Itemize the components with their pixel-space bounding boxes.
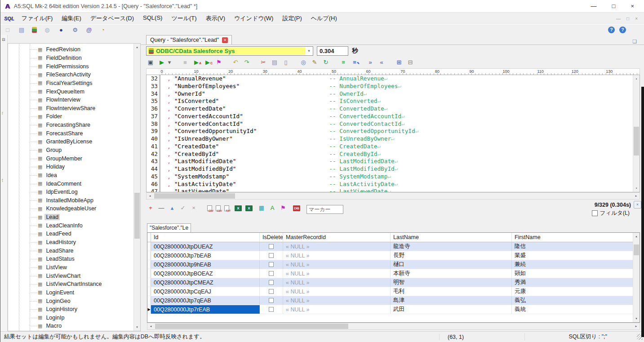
sidebar-item-loginip[interactable]: ▦LoginIp [8,314,133,322]
tab-query-salesforce-lead[interactable]: Query - "Salesforce"."Lead" × [146,35,232,44]
export-csv-alt-icon[interactable]: CSV [216,205,221,211]
run-export-icon[interactable]: ▶C [204,59,211,66]
open-icon[interactable]: ▤ [18,27,25,34]
run-script-icon[interactable]: ▶A [193,59,200,66]
cell-firstname[interactable]: 業盛 [512,251,640,260]
sidebar-item-idea[interactable]: ▦Idea [8,171,133,180]
table-row[interactable]: ▶00Q2800000Jtp7rEAB« NULL »武田義統 [147,305,640,314]
copy-icon[interactable]: ▤ [271,59,278,66]
format-sql-icon[interactable]: ≡✎ [351,59,358,66]
column-header-masterrecordid[interactable]: MasterRecordId [283,233,391,242]
checkbox-icon[interactable] [269,253,274,258]
checkbox-icon[interactable] [269,262,274,267]
column-header-isdeleted[interactable]: IsDeleted [260,233,283,242]
menu-item-データベース(D)[interactable]: データベース(D) [86,13,138,24]
outline-icon[interactable]: ⊟ [407,59,414,66]
row-selector[interactable] [147,287,151,296]
new-document-icon[interactable]: □ [4,27,11,34]
run-icon[interactable]: ▶ [158,59,165,66]
column-header-lastname[interactable]: LastName [391,233,512,242]
export-excel-xml-icon[interactable]: X [245,205,253,211]
scroll-right-icon[interactable]: ▸ [633,324,640,328]
scroll-down-icon[interactable]: ▾ [134,324,140,330]
sql-editor[interactable]: 32 , "AnnualRevenue" -- AnnualRevenue↵33… [146,75,640,192]
sidebar-item-grantedbylicense[interactable]: ▦GrantedByLicense [8,138,133,146]
table-row[interactable]: 00Q2800000Jtp7qEAB« NULL »島津義弘 [147,296,640,305]
minimize-button[interactable]: — [591,3,597,9]
cell-lastname[interactable]: 龍造寺 [391,242,512,251]
scroll-down-icon[interactable]: ▾ [633,185,640,191]
cell-firstname[interactable]: 兼続 [512,260,640,269]
indent-icon[interactable]: » [367,59,374,66]
table-row[interactable]: 00Q2800000JtpCMEAZ« NULL »明智秀満 [147,278,640,287]
db-apply-icon[interactable]: DB [293,205,300,211]
sidebar-item-flowinterview[interactable]: ▦FlowInterview [8,96,133,104]
column-header-id[interactable]: Id [151,233,260,242]
table-row[interactable]: 00Q2800000JtpCqEAJ« NULL »毛利元康 [147,287,640,296]
cell-lastname[interactable]: 本願寺 [391,269,512,278]
sidebar-item-listviewchart[interactable]: ▦ListViewChart [8,271,133,280]
menu-item-ツール(T)[interactable]: ツール(T) [167,13,201,24]
cell-id[interactable]: 00Q2800000JtpBOEAZ [151,269,260,278]
text-copy-icon[interactable]: A [269,204,276,212]
export-txt-icon[interactable]: TXT [224,205,229,211]
cut-icon[interactable]: ✂ [260,59,267,66]
menu-item-設定(P)[interactable]: 設定(P) [278,13,306,24]
sidebar-item-forecastshare[interactable]: ▦ForecastShare [8,129,133,138]
grid-scrollbar[interactable]: ▴ ▾ [633,233,640,322]
sidebar-item-folder[interactable]: ▦Folder [8,112,133,121]
sidebar-item-lead[interactable]: ▦Lead [8,213,133,222]
move-up-icon[interactable]: ▴ [169,204,176,212]
scroll-left-icon[interactable]: ◂ [147,324,154,328]
cell-masterrecordid[interactable]: « NULL » [283,251,391,260]
globe-icon[interactable]: ◍ [44,27,51,34]
help-context-icon[interactable]: ? [619,27,626,33]
row-selector[interactable] [147,296,151,305]
bookmark-icon[interactable]: ⚑ [280,204,287,212]
delete-row-icon[interactable]: — [158,204,165,212]
cell-isdeleted[interactable] [260,278,283,287]
export-csv-icon[interactable]: CSV [207,205,212,211]
table-row[interactable]: 00Q2800000JtpBOEAZ« NULL »本願寺顕如 [147,269,640,278]
cell-masterrecordid[interactable]: « NULL » [283,305,391,314]
scroll-down-icon[interactable]: ▾ [633,315,640,322]
editor-hscrollbar[interactable]: ◂ ▸ [146,192,640,200]
checkbox-icon[interactable] [269,307,274,312]
scroll-thumb[interactable] [134,193,140,239]
sidebar-item-leadfeed[interactable]: ▦LeadFeed [8,230,133,238]
table-row[interactable]: 00Q2800000Jtp7bEAB« NULL »長野業盛 [147,251,640,260]
cell-masterrecordid[interactable]: « NULL » [283,242,391,251]
row-selector[interactable] [147,242,151,251]
cell-masterrecordid[interactable]: « NULL » [283,278,391,287]
cell-lastname[interactable]: 島津 [391,296,512,305]
menu-item-SQL(S)[interactable]: SQL(S) [138,13,167,24]
refresh-icon[interactable]: ↻ [322,59,329,66]
marker-input[interactable] [306,205,343,214]
cell-masterrecordid[interactable]: « NULL » [283,260,391,269]
redo-icon[interactable]: ↷ [243,59,250,66]
apply-edit-icon[interactable]: ✓ [179,204,187,212]
scroll-up-icon[interactable]: ▴ [633,76,640,82]
sidebar-item-leadcleaninfo[interactable]: ▦LeadCleanInfo [8,221,133,230]
outdent-icon[interactable]: « [378,59,385,66]
scroll-left-icon[interactable]: ◂ [147,194,153,198]
cell-masterrecordid[interactable]: « NULL » [283,296,391,305]
help-icon[interactable]: ? [608,27,615,33]
sidebar-item-flowinterviewshare[interactable]: ▦FlowInterviewShare [8,104,133,112]
sidebar-item-listview[interactable]: ▦ListView [8,263,133,272]
cell-firstname[interactable]: 義統 [512,305,640,314]
cell-id[interactable]: 00Q2800000Jtp7bEAB [151,251,260,260]
sidebar-item-listviewchartinstance[interactable]: ▦ListViewChartInstance [8,280,133,289]
cell-isdeleted[interactable] [260,242,283,251]
maximize-button[interactable]: □ [612,3,616,9]
results-close-button[interactable]: × [634,201,641,209]
scroll-up-icon[interactable]: ▴ [134,44,140,50]
table-row[interactable]: 00Q2800000JtpDUEAZ« NULL »龍造寺隆信 [147,242,640,251]
cell-lastname[interactable]: 武田 [391,305,512,314]
row-selector[interactable] [147,260,151,269]
sidebar-item-fiscalyearsettings[interactable]: ▦FiscalYearSettings [8,79,133,88]
clock-icon[interactable]: ◔ [99,27,107,34]
panel-layout-icon[interactable]: ❏ [632,39,637,44]
mdi-restore-icon[interactable]: □ [626,16,629,21]
sidebar-item-fieldpermissions[interactable]: ▦FieldPermissions [8,62,133,71]
